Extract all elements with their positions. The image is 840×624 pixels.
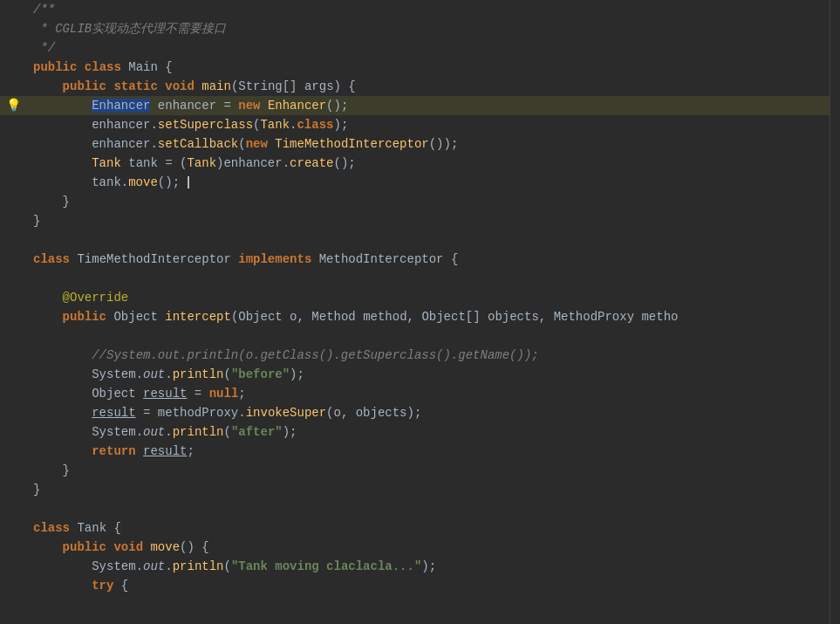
line-gutter-icon: 💡 <box>0 96 26 115</box>
line-content: Enhancer enhancer = new Enhancer(); <box>26 96 840 115</box>
line-content: enhancer.setSuperclass(Tank.class); <box>26 115 840 134</box>
code-line: */ <box>0 38 840 58</box>
code-line: } <box>0 192 840 211</box>
line-content: Tank tank = (Tank)enhancer.create(); <box>26 154 840 173</box>
line-content: result = methodProxy.invokeSuper(o, obje… <box>26 403 840 422</box>
line-content: public void move() { <box>26 538 840 557</box>
line-content: class TimeMethodInterceptor implements M… <box>26 250 840 269</box>
line-content: * CGLIB实现动态代理不需要接口 <box>26 19 840 38</box>
line-content: enhancer.setCallback(new TimeMethodInter… <box>26 134 840 154</box>
code-line: public class Main { <box>0 58 840 77</box>
line-content: System.out.println("Tank moving claclacl… <box>26 557 840 576</box>
line-content: } <box>26 192 840 211</box>
code-line: /** <box>0 0 840 19</box>
line-content: } <box>26 480 840 499</box>
code-line: public Object intercept(Object o, Method… <box>0 307 840 326</box>
code-line <box>0 499 840 518</box>
code-line: } <box>0 461 840 480</box>
scroll-stripe <box>830 0 840 624</box>
code-line: try { <box>0 576 840 595</box>
line-content: try { <box>26 576 840 595</box>
line-content: tank.move(); <box>26 173 840 192</box>
code-line <box>0 269 840 288</box>
code-line: System.out.println("before"); <box>0 365 840 384</box>
code-line: public static void main(String[] args) { <box>0 77 840 96</box>
code-line: tank.move(); <box>0 173 840 192</box>
code-line: System.out.println("Tank moving claclacl… <box>0 557 840 576</box>
line-content: @Override <box>26 288 840 307</box>
code-line: //System.out.println(o.getClass().getSup… <box>0 346 840 365</box>
code-line: } <box>0 211 840 230</box>
code-line: System.out.println("after"); <box>0 422 840 442</box>
line-content: System.out.println("before"); <box>26 365 840 384</box>
code-line: class Tank { <box>0 518 840 538</box>
code-line: Object result = null; <box>0 384 840 403</box>
code-line: enhancer.setSuperclass(Tank.class); <box>0 115 840 134</box>
line-content: public class Main { <box>26 58 840 77</box>
code-line: } <box>0 480 840 499</box>
code-line: * CGLIB实现动态代理不需要接口 <box>0 19 840 38</box>
code-line <box>0 230 840 250</box>
code-line-highlighted: 💡 Enhancer enhancer = new Enhancer(); <box>0 96 840 115</box>
code-line: return result; <box>0 442 840 461</box>
line-content: Object result = null; <box>26 384 840 403</box>
code-line: enhancer.setCallback(new TimeMethodInter… <box>0 134 840 154</box>
line-content: return result; <box>26 442 840 461</box>
code-line: result = methodProxy.invokeSuper(o, obje… <box>0 403 840 422</box>
line-content: public Object intercept(Object o, Method… <box>26 307 840 326</box>
code-editor: /** * CGLIB实现动态代理不需要接口 */ public class M… <box>0 0 840 624</box>
line-content: class Tank { <box>26 518 840 538</box>
line-content: public static void main(String[] args) { <box>26 77 840 96</box>
line-content: System.out.println("after"); <box>26 422 840 442</box>
code-line: class TimeMethodInterceptor implements M… <box>0 250 840 269</box>
line-content: */ <box>26 38 840 58</box>
line-content: } <box>26 211 840 230</box>
line-content: } <box>26 461 840 480</box>
code-line: public void move() { <box>0 538 840 557</box>
code-line: @Override <box>0 288 840 307</box>
line-content: /** <box>26 0 840 19</box>
code-line: Tank tank = (Tank)enhancer.create(); <box>0 154 840 173</box>
line-content: //System.out.println(o.getClass().getSup… <box>26 346 840 365</box>
code-area: /** * CGLIB实现动态代理不需要接口 */ public class M… <box>0 0 840 595</box>
code-line <box>0 326 840 346</box>
